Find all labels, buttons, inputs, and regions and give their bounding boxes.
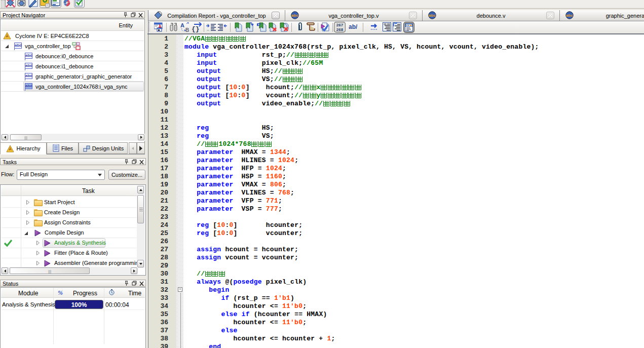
svg-text:A: A: [180, 22, 184, 28]
svg-text:268: 268: [336, 27, 344, 32]
svg-text:{}: {}: [192, 25, 200, 33]
svg-text:ab/: ab/: [349, 23, 357, 30]
svg-text:267: 267: [336, 23, 344, 27]
svg-text:B: B: [185, 27, 189, 33]
